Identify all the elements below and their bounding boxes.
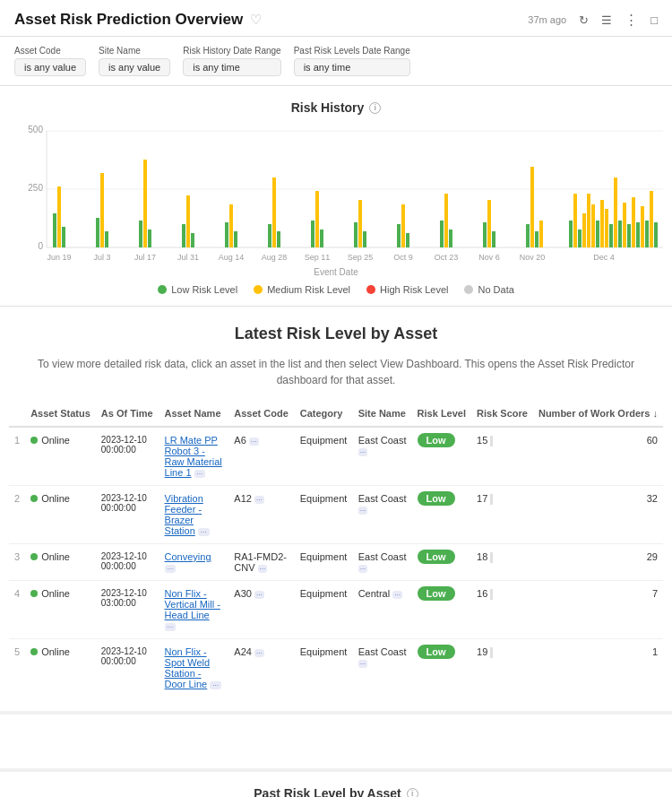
svg-rect-43 — [539, 221, 543, 247]
past-section-info-icon[interactable]: i — [407, 788, 418, 798]
row-workorders: 1 — [533, 639, 663, 697]
row-code: A12 ··· — [228, 486, 294, 544]
row-risk: Low — [412, 544, 471, 581]
refresh-icon[interactable]: ↻ — [579, 13, 589, 27]
latest-table-container: Asset Status As Of Time Asset Name Asset… — [0, 401, 672, 711]
row-risk: Low — [412, 639, 471, 697]
legend-high: High Risk Level — [366, 284, 448, 295]
row-num: 3 — [9, 544, 25, 581]
row-workorders: 60 — [533, 427, 663, 486]
svg-rect-41 — [530, 167, 534, 247]
row-status: Online — [25, 427, 96, 486]
row-asset-name: Non Flix - Vertical Mill - Head Line ··· — [159, 581, 229, 639]
row-num: 4 — [9, 581, 25, 639]
col-score-header: Risk Score — [471, 401, 533, 427]
row-code: A6 ··· — [228, 427, 294, 486]
filter-risk-history-date: Risk History Date Range is any time — [183, 46, 280, 76]
svg-rect-30 — [363, 231, 366, 247]
svg-rect-59 — [636, 222, 640, 247]
svg-rect-32 — [401, 204, 405, 247]
header: Asset Risk Prediction Overview ♡ 37m ago… — [0, 0, 672, 37]
svg-rect-26 — [315, 191, 319, 247]
svg-rect-33 — [406, 233, 409, 247]
favorite-icon[interactable]: ♡ — [250, 12, 262, 28]
row-status: Online — [25, 486, 96, 544]
row-site: East Coast ··· — [353, 544, 412, 581]
latest-section-title: Latest Risk Level by Asset — [0, 307, 672, 351]
row-category: Equipment — [295, 486, 353, 544]
svg-rect-34 — [440, 221, 444, 247]
svg-rect-60 — [641, 206, 644, 247]
row-time: 2023-12-10 03:00:00 — [96, 581, 159, 639]
svg-rect-37 — [483, 222, 487, 247]
svg-rect-7 — [53, 213, 56, 247]
svg-rect-28 — [354, 222, 358, 247]
svg-rect-31 — [397, 224, 401, 247]
col-status-header: Asset Status — [25, 401, 96, 427]
page-title: Asset Risk Prediction Overview — [14, 11, 243, 29]
svg-rect-19 — [225, 222, 228, 247]
svg-rect-15 — [148, 230, 151, 247]
svg-text:Nov 6: Nov 6 — [478, 253, 500, 262]
svg-text:Oct 23: Oct 23 — [435, 253, 459, 262]
col-code-header: Asset Code — [228, 401, 294, 427]
latest-table: Asset Status As Of Time Asset Name Asset… — [9, 401, 663, 697]
filter-label-asset-code: Asset Code — [14, 46, 86, 56]
filter-value-risk-history-date[interactable]: is any time — [183, 58, 280, 76]
svg-rect-20 — [229, 204, 233, 247]
filter-asset-code: Asset Code is any value — [14, 46, 86, 76]
svg-text:250: 250 — [28, 183, 43, 193]
legend-low-dot — [158, 285, 167, 294]
svg-rect-56 — [623, 203, 626, 247]
more-icon[interactable]: ⋮ — [625, 12, 638, 28]
row-category: Equipment — [295, 639, 353, 697]
row-status: Online — [25, 639, 96, 697]
folder-icon[interactable]: □ — [650, 13, 658, 27]
row-score: 17 — [471, 486, 533, 544]
svg-rect-36 — [449, 230, 452, 247]
row-category: Equipment — [295, 581, 353, 639]
row-site: East Coast ··· — [353, 427, 412, 486]
latest-section: Latest Risk Level by Asset To view more … — [0, 307, 672, 715]
past-section-title: Past Risk Level by Asset i — [9, 786, 663, 797]
filter-value-asset-code[interactable]: is any value — [14, 58, 86, 76]
chart-legend: Low Risk Level Medium Risk Level High Ri… — [14, 284, 658, 295]
x-axis-label: Event Date — [14, 267, 658, 277]
filter-value-past-risk-date[interactable]: is any time — [294, 58, 410, 76]
row-num: 5 — [9, 639, 25, 697]
svg-text:Nov 20: Nov 20 — [520, 253, 546, 262]
svg-rect-53 — [609, 224, 613, 247]
col-workorders-header[interactable]: Number of Work Orders ↓ — [533, 401, 663, 427]
svg-rect-10 — [96, 218, 99, 247]
col-risk-header: Risk Level — [412, 401, 471, 427]
svg-rect-29 — [358, 200, 362, 247]
row-score: 19 — [471, 639, 533, 697]
legend-nodata: No Data — [464, 284, 513, 295]
svg-text:Dec 4: Dec 4 — [593, 253, 615, 262]
filter-site-name: Site Name is any value — [99, 46, 170, 76]
svg-rect-24 — [277, 231, 280, 247]
row-site: East Coast ··· — [353, 486, 412, 544]
svg-rect-21 — [234, 231, 237, 247]
row-risk: Low — [412, 581, 471, 639]
filter-icon[interactable]: ☰ — [601, 13, 612, 27]
row-category: Equipment — [295, 427, 353, 486]
row-asset-name: Non Flix - Spot Weld Station - Door Line… — [159, 639, 229, 697]
row-site: Central ··· — [353, 581, 412, 639]
row-score: 16 — [471, 581, 533, 639]
risk-history-info-icon[interactable]: i — [369, 102, 381, 114]
filters-bar: Asset Code is any value Site Name is any… — [0, 37, 672, 86]
svg-rect-55 — [618, 221, 622, 247]
svg-text:500: 500 — [28, 125, 43, 134]
svg-rect-52 — [605, 209, 608, 247]
row-time: 2023-12-10 00:00:00 — [96, 639, 159, 697]
past-risk-section: Past Risk Level by Asset i Asset Name ↑ … — [0, 772, 672, 797]
row-asset-name: Conveying ··· — [159, 544, 229, 581]
svg-rect-45 — [573, 194, 577, 247]
svg-rect-63 — [654, 222, 658, 247]
svg-rect-58 — [632, 197, 635, 247]
filter-value-site-name[interactable]: is any value — [99, 58, 170, 76]
svg-rect-47 — [582, 213, 586, 247]
svg-rect-11 — [100, 173, 104, 247]
time-ago: 37m ago — [528, 14, 566, 25]
